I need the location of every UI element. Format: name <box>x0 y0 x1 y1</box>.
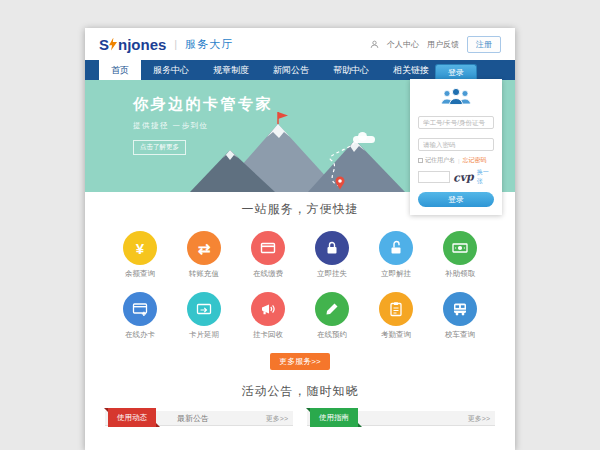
bus-circle <box>443 292 477 326</box>
card-extend-icon <box>196 301 212 317</box>
nav-item-help-center[interactable]: 帮助中心 <box>321 60 381 80</box>
lock-icon <box>324 240 340 256</box>
nav-item-news[interactable]: 新闻公告 <box>261 60 321 80</box>
divider: | <box>458 158 460 164</box>
left-tab-bar: 使用动态 最新公告 更多>> <box>105 411 293 426</box>
service-transfer-recharge[interactable]: ⇄ 转账充值 <box>175 231 233 279</box>
page: S njones | 服务大厅 个人中心 用户反馈 注册 首页 服务中心 规章制… <box>85 28 515 450</box>
clipboard-icon <box>388 301 404 317</box>
nav-item-service-center[interactable]: 服务中心 <box>141 60 201 80</box>
register-button[interactable]: 注册 <box>467 36 501 53</box>
hero-cta-button[interactable]: 点击了解更多 <box>133 140 186 155</box>
service-label: 立即解挂 <box>367 269 425 279</box>
unlock-icon <box>388 240 404 256</box>
captcha-row: cvp 换一张 <box>418 168 494 186</box>
banknote-icon <box>452 240 468 256</box>
captcha-image: cvp <box>453 170 475 184</box>
loss-circle <box>315 231 349 265</box>
password-input[interactable] <box>418 138 494 151</box>
service-label: 余额查询 <box>111 269 169 279</box>
service-card-return[interactable]: 挂卡回收 <box>239 292 297 340</box>
bus-icon <box>452 301 468 317</box>
service-card-extension[interactable]: 卡片延期 <box>175 292 233 340</box>
logo[interactable]: S njones | 服务大厅 <box>99 36 233 53</box>
service-label: 挂卡回收 <box>239 330 297 340</box>
login-tab[interactable]: 登录 <box>435 64 477 79</box>
header: S njones | 服务大厅 个人中心 用户反馈 注册 <box>85 28 515 60</box>
announcements-section: 活动公告，随时知晓 使用动态 最新公告 更多>> 使用指南 更多>> <box>85 383 515 426</box>
booking-circle <box>315 292 349 326</box>
pencil-icon <box>324 301 340 317</box>
service-attendance[interactable]: 考勤查询 <box>367 292 425 340</box>
login-body: 记住用户名 | 忘记密码 cvp 换一张 登录 <box>410 79 502 215</box>
username-input[interactable] <box>418 116 494 129</box>
service-label: 转账充值 <box>175 269 233 279</box>
logo-text-prefix: S <box>99 36 109 53</box>
service-label: 卡片延期 <box>175 330 233 340</box>
person-icon <box>370 40 379 49</box>
login-panel: 登录 记住用户名 | 忘记密码 cvp 换一张 <box>410 64 502 215</box>
services-row-1: ¥ 余额查询 ⇄ 转账充值 在线缴费 <box>85 231 515 279</box>
left-more-link[interactable]: 更多>> <box>266 411 288 426</box>
megaphone-icon <box>260 301 276 317</box>
remember-label: 记住用户名 <box>425 156 455 165</box>
service-online-booking[interactable]: 在线预约 <box>303 292 361 340</box>
card-plus-icon <box>132 301 148 317</box>
services-row-2: 在线办卡 卡片延期 <box>85 292 515 340</box>
attendance-circle <box>379 292 413 326</box>
transfer-circle: ⇄ <box>187 231 221 265</box>
announcement-column-right: 使用指南 更多>> <box>307 411 495 426</box>
service-label: 在线办卡 <box>111 330 169 340</box>
forgot-password-link[interactable]: 忘记密码 <box>463 156 487 165</box>
right-tab-bar: 使用指南 更多>> <box>307 411 495 426</box>
user-center-link[interactable]: 个人中心 <box>387 39 419 50</box>
payment-circle <box>251 231 285 265</box>
service-subsidy[interactable]: 补助领取 <box>431 231 489 279</box>
flag-icon <box>278 112 288 119</box>
service-online-payment[interactable]: 在线缴费 <box>239 231 297 279</box>
nav-item-home[interactable]: 首页 <box>99 60 141 80</box>
logo-divider: | <box>174 38 177 50</box>
yen-icon: ¥ <box>136 241 144 256</box>
service-label: 补助领取 <box>431 269 489 279</box>
unfreeze-circle <box>379 231 413 265</box>
service-label: 校车查询 <box>431 330 489 340</box>
more-services-button[interactable]: 更多服务>> <box>270 353 329 370</box>
hero-title: 你身边的卡管专家 <box>133 95 273 114</box>
service-unfreeze[interactable]: 立即解挂 <box>367 231 425 279</box>
return-circle <box>251 292 285 326</box>
service-label: 考勤查询 <box>367 330 425 340</box>
header-right: 个人中心 用户反馈 注册 <box>370 36 501 53</box>
service-online-card[interactable]: 在线办卡 <box>111 292 169 340</box>
logo-tagline: 服务大厅 <box>185 37 233 52</box>
new-card-circle <box>123 292 157 326</box>
subsidy-circle <box>443 231 477 265</box>
service-label: 在线预约 <box>303 330 361 340</box>
feedback-link[interactable]: 用户反馈 <box>427 39 459 50</box>
right-more-link[interactable]: 更多>> <box>468 411 490 426</box>
balance-circle: ¥ <box>123 231 157 265</box>
latest-announcements-tab[interactable]: 最新公告 <box>177 411 209 426</box>
service-label: 立即挂失 <box>303 269 361 279</box>
card-icon <box>260 240 276 256</box>
announcement-columns: 使用动态 最新公告 更多>> 使用指南 更多>> <box>85 411 515 426</box>
service-balance-inquiry[interactable]: ¥ 余额查询 <box>111 231 169 279</box>
announcements-title: 活动公告，随时知晓 <box>85 383 515 400</box>
hero-text: 你身边的卡管专家 提供捷径 一步到位 点击了解更多 <box>133 95 273 155</box>
ribbon-news-tab[interactable]: 使用动态 <box>108 408 156 427</box>
remember-row: 记住用户名 | 忘记密码 <box>418 156 494 165</box>
services-section: 一站服务，方便快捷 ¥ 余额查询 ⇄ 转账充值 <box>85 192 515 370</box>
login-submit-button[interactable]: 登录 <box>418 192 494 207</box>
refresh-captcha-link[interactable]: 换一张 <box>477 168 494 186</box>
lightning-icon <box>109 38 117 51</box>
transfer-arrows-icon: ⇄ <box>198 241 211 256</box>
nav-item-rules[interactable]: 规章制度 <box>201 60 261 80</box>
extension-circle <box>187 292 221 326</box>
remember-checkbox[interactable] <box>418 158 423 163</box>
announcement-column-left: 使用动态 最新公告 更多>> <box>105 411 293 426</box>
service-report-loss[interactable]: 立即挂失 <box>303 231 361 279</box>
captcha-input[interactable] <box>418 171 450 183</box>
ribbon-guide-tab[interactable]: 使用指南 <box>310 408 358 427</box>
service-school-bus[interactable]: 校车查询 <box>431 292 489 340</box>
hero-subtitle: 提供捷径 一步到位 <box>133 121 273 131</box>
